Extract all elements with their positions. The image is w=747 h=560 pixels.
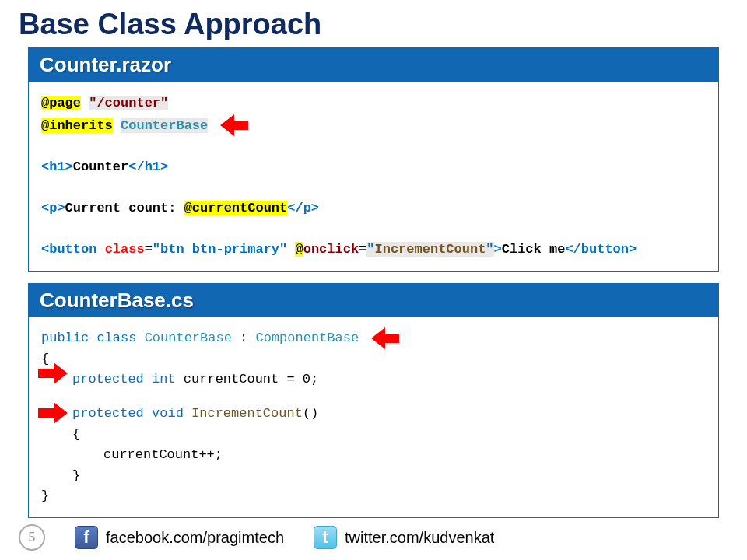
footer: 5 f facebook.com/pragimtech t twitter.co…: [19, 524, 517, 551]
arrow-icon: [371, 329, 402, 348]
cs-class: class: [96, 331, 136, 345]
twitter-icon: t: [314, 526, 337, 549]
razor-class-attr: class: [105, 242, 145, 257]
cs-base: ComponentBase: [255, 331, 359, 345]
razor-button-open: <button: [41, 242, 96, 257]
cs-int: int: [152, 372, 176, 387]
panel-counterbase-cs: CounterBase.cs public class CounterBase …: [28, 283, 719, 518]
facebook-link[interactable]: facebook.com/pragimtech: [106, 529, 284, 547]
cs-classname: CounterBase: [145, 331, 232, 345]
razor-str-q: ": [366, 242, 374, 257]
razor-h1-text: Counter: [73, 159, 128, 174]
cs-method: IncrementCount: [191, 406, 303, 421]
panel-body-razor: @page "/counter" @inherits CounterBase <…: [29, 82, 718, 271]
arrow-icon: [38, 404, 69, 422]
cs-field: currentCount = 0;: [184, 372, 318, 387]
razor-str-q2: ": [486, 242, 493, 257]
razor-onclick-method: IncrementCount: [375, 242, 486, 257]
razor-h1-close: </h1>: [128, 159, 168, 174]
page-number: 5: [19, 524, 45, 551]
cs-protected1: protected: [72, 372, 144, 387]
razor-onclick-attr: onclick: [303, 242, 359, 257]
cs-void: void: [152, 406, 184, 421]
panel-counter-razor: Counter.razor @page "/counter" @inherits…: [28, 47, 719, 272]
cs-body: currentCount++;: [103, 447, 223, 462]
razor-inherits-class: CounterBase: [121, 118, 208, 133]
cs-close-brace: }: [41, 486, 706, 506]
cs-colon: :: [240, 331, 247, 345]
panel-body-cs: public class CounterBase : ComponentBase…: [29, 317, 718, 517]
razor-at-onclick: @: [295, 242, 303, 257]
razor-inherits-directive: @inherits: [41, 118, 113, 133]
slide-title: Base Class Approach: [0, 0, 747, 47]
razor-p-close: </p>: [287, 201, 319, 215]
cs-close-brace2: }: [72, 468, 80, 483]
razor-page-route: "/counter": [89, 96, 168, 110]
cs-parens: (): [303, 406, 318, 421]
razor-class-val: "btn btn-primary": [153, 242, 287, 257]
razor-btn-text: Click me: [502, 242, 566, 257]
razor-at-currentcount: @currentCount: [184, 201, 288, 215]
cs-open-brace: {: [41, 349, 706, 369]
arrow-icon: [220, 116, 251, 135]
cs-public: public: [41, 331, 89, 345]
razor-button-close: </button>: [565, 242, 637, 257]
cs-open-brace2: {: [72, 427, 80, 442]
razor-page-directive: @page: [41, 96, 81, 110]
arrow-icon: [38, 364, 69, 383]
razor-open-end: >: [494, 242, 502, 257]
razor-p-text: Current count:: [65, 201, 184, 215]
panel-header-cs: CounterBase.cs: [29, 284, 718, 317]
facebook-icon: f: [75, 526, 98, 549]
twitter-link[interactable]: twitter.com/kudvenkat: [345, 529, 494, 547]
cs-protected2: protected: [72, 406, 144, 421]
razor-p-open: <p>: [41, 201, 65, 215]
razor-h1-open: <h1>: [41, 159, 73, 174]
panel-header-razor: Counter.razor: [29, 48, 718, 82]
